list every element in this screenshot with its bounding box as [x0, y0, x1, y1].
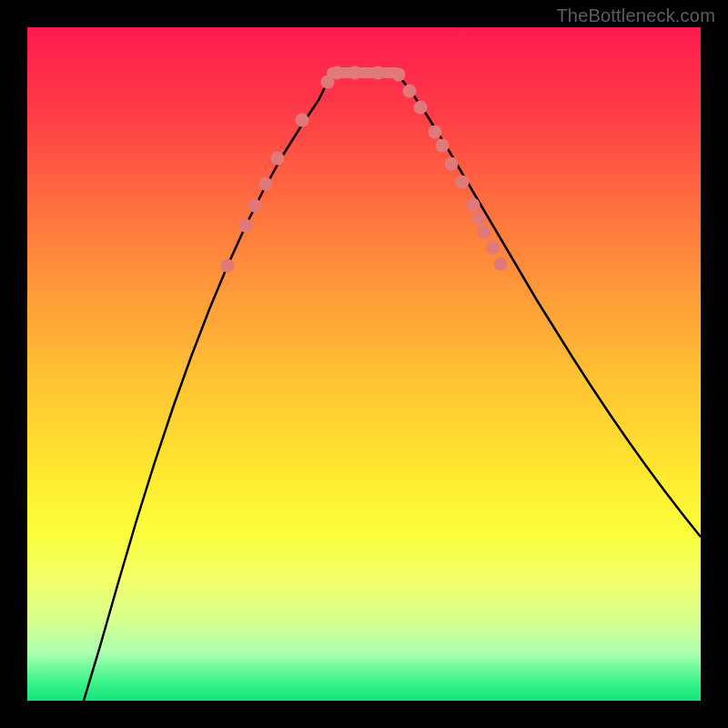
data-dot [259, 177, 273, 191]
data-dot [467, 198, 480, 212]
watermark-text: TheBottleneck.com [556, 5, 715, 26]
data-dot [456, 176, 470, 189]
chart-svg [27, 27, 701, 701]
data-dot [221, 259, 235, 273]
data-dot [403, 85, 417, 98]
data-dot [271, 152, 285, 166]
data-dot [429, 126, 442, 139]
data-dot [239, 219, 253, 233]
data-dot [349, 66, 362, 80]
data-dot [487, 241, 500, 255]
data-dot [414, 101, 428, 115]
data-dots [221, 66, 508, 273]
chart-frame [27, 27, 701, 701]
data-dot [392, 68, 406, 82]
data-dot [330, 66, 344, 80]
data-dot [436, 139, 450, 153]
data-dot [478, 226, 491, 239]
data-dot [472, 212, 486, 226]
data-dot [494, 258, 508, 271]
data-dot [445, 157, 459, 171]
curve-left [84, 73, 332, 701]
data-dot [371, 66, 385, 80]
data-dot [248, 199, 262, 213]
data-dot [296, 114, 309, 127]
